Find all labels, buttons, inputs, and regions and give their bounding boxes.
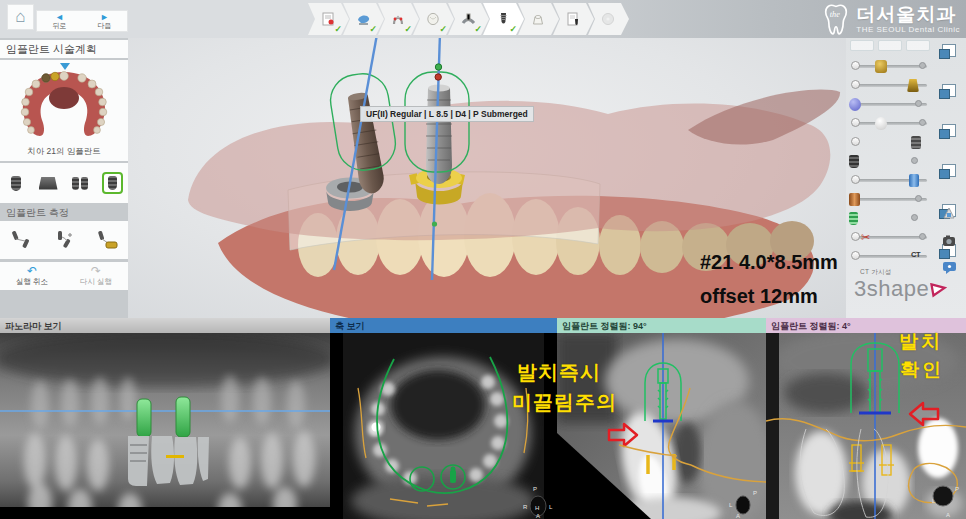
- tool-implant-pair[interactable]: [64, 163, 96, 203]
- tool-measure-depth[interactable]: [85, 221, 128, 259]
- snapshot-button[interactable]: [942, 233, 956, 246]
- clinic-subtitle: THE SEOUL Dental Clinic: [856, 25, 960, 34]
- depth-measure-icon: [95, 229, 119, 251]
- implant-icon: [11, 176, 21, 191]
- view-layout-button-3[interactable]: [906, 40, 930, 51]
- workflow-step-guide-report[interactable]: [553, 3, 594, 35]
- 3d-viewport[interactable]: UF(II) Regular | L 8.5 | D4 | P Submerge…: [128, 38, 846, 318]
- view-layout-button-2[interactable]: [878, 40, 902, 51]
- axis-handle-green: [435, 64, 441, 70]
- crown-visibility-slider[interactable]: [849, 60, 931, 74]
- screw-visibility-slider[interactable]: [849, 212, 931, 226]
- svg-text:P: P: [955, 486, 959, 492]
- crown-icon: [875, 60, 887, 73]
- implant-spec-tooltip: UF(II) Regular | L 8.5 | D4 | P Submerge…: [360, 106, 534, 122]
- redo-label: 다시 실행: [80, 277, 112, 287]
- extraction-annotation-line2: 확인: [900, 357, 944, 383]
- implant-visibility-slider[interactable]: [849, 155, 931, 169]
- implant-icon: [108, 176, 117, 190]
- workflow-step-order-information[interactable]: ✓: [308, 3, 349, 35]
- copy-view-button-1[interactable]: [942, 44, 956, 57]
- home-button[interactable]: ⌂: [7, 4, 34, 30]
- warning-annotation-line2: 미끌림주의: [512, 389, 617, 416]
- clinic-name: 더서울치과: [856, 5, 960, 25]
- back-arrow-icon: ◄: [55, 13, 64, 22]
- view-layout-button-1[interactable]: [850, 40, 874, 51]
- undo-button[interactable]: ↶ 실행 취소: [0, 262, 64, 290]
- extraction-annotation-line1: 발치: [899, 329, 943, 355]
- arch-caption: 치아 21의 임플란트: [0, 146, 128, 158]
- tooth-visibility-slider[interactable]: [849, 117, 931, 131]
- abutment-icon: [531, 11, 546, 27]
- clinic-logo: the 더서울치과 THE SEOUL Dental Clinic: [820, 2, 960, 36]
- cross-section-94-panel: 임플란트 정렬됨: 94°: [557, 318, 766, 519]
- implant-studio-app: ⌂ ◄ 뒤로 ► 다음 ✓ ✓ ✓ ✓ ✓: [0, 0, 966, 519]
- axial-view-title[interactable]: 축 보기: [330, 318, 557, 333]
- check-icon: ✓: [474, 24, 482, 34]
- copy-view-button-3[interactable]: [942, 124, 956, 137]
- workflow-step-export[interactable]: [588, 3, 629, 35]
- tool-implant-selected[interactable]: [96, 163, 128, 203]
- check-icon: ✓: [334, 24, 342, 34]
- implant-icon: [849, 155, 859, 168]
- tool-abutment[interactable]: [32, 163, 64, 203]
- guide-visibility-slider[interactable]: [849, 136, 931, 150]
- anatomy-visibility-slider[interactable]: [849, 98, 931, 112]
- abutment-icon: [39, 177, 58, 190]
- implant-spec-annotation: #21 4.0*8.5mm: [700, 251, 838, 274]
- abutment-visibility-slider[interactable]: [849, 79, 931, 93]
- cross-section-94-title[interactable]: 임플란트 정렬됨: 94°: [557, 318, 766, 333]
- back-button[interactable]: ◄ 뒤로: [37, 11, 82, 31]
- warning-annotation-line1: 발치즉시: [517, 359, 601, 386]
- brand-triangle-icon: [929, 280, 947, 298]
- green-screw-icon: [849, 212, 858, 225]
- panorama-view[interactable]: [0, 333, 330, 519]
- tool-implant-single[interactable]: [0, 163, 32, 203]
- axis-handle-red: [435, 74, 441, 80]
- implant-site-marker-icon: [60, 63, 70, 70]
- svg-text:L: L: [549, 504, 553, 510]
- tooth-logo-monogram: the: [830, 10, 840, 19]
- tool-measure-angle-2[interactable]: [43, 221, 86, 259]
- workflow-step-implant-planning[interactable]: ✓: [483, 3, 524, 35]
- workflow-step-crown-design[interactable]: ✓: [413, 3, 454, 35]
- redo-button[interactable]: ↷ 다시 실행: [64, 262, 128, 290]
- svg-text:P: P: [533, 486, 537, 492]
- svg-text:P: P: [753, 490, 757, 496]
- check-icon: ✓: [404, 24, 412, 34]
- planned-implant-22: [176, 397, 190, 437]
- check-icon: ✓: [509, 24, 517, 34]
- occlusal-marker: [166, 455, 184, 458]
- export-disc-icon: [601, 11, 616, 27]
- next-label: 다음: [98, 22, 112, 30]
- workflow-step-tooth-annotation[interactable]: ✓: [378, 3, 419, 35]
- copper-cylinder-icon: [849, 193, 860, 206]
- axial-view-panel: 축 보기: [330, 318, 557, 519]
- next-button[interactable]: ► 다음: [82, 11, 127, 31]
- workflow-step-sleeve-placement[interactable]: [518, 3, 559, 35]
- offset-annotation: offset 12mm: [700, 285, 818, 308]
- angle-measure-icon: [10, 229, 32, 251]
- blue-cylinder-icon: [909, 174, 919, 187]
- model-export-button[interactable]: [942, 206, 956, 219]
- tool-measure-angle[interactable]: [0, 221, 43, 259]
- check-icon: ✓: [439, 24, 447, 34]
- ct-visibility-slider[interactable]: CT: [849, 250, 931, 264]
- cut-visibility-slider[interactable]: ✂: [849, 231, 931, 245]
- svg-text:H: H: [535, 505, 539, 511]
- nav-group: ◄ 뒤로 ► 다음: [36, 10, 128, 32]
- cylinder-visibility-slider[interactable]: [849, 193, 931, 207]
- dark-abutment-icon: [911, 136, 921, 149]
- copy-view-button-4[interactable]: [942, 164, 956, 177]
- measure-tools-row: [0, 221, 128, 259]
- sleeve-visibility-slider[interactable]: [849, 174, 931, 188]
- workflow-step-scan-import[interactable]: ✓: [343, 3, 384, 35]
- copy-view-button-2[interactable]: [942, 84, 956, 97]
- axis-handle-green-lower: [432, 221, 437, 226]
- panorama-view-title[interactable]: 파노라마 보기: [0, 318, 330, 333]
- report-icon: [566, 11, 581, 27]
- brand-logo: 3shape: [854, 276, 947, 302]
- comment-button[interactable]: [942, 260, 956, 273]
- workflow-step-scan-alignment[interactable]: ✓: [448, 3, 489, 35]
- panorama-view-panel: 파노라마 보기: [0, 318, 330, 519]
